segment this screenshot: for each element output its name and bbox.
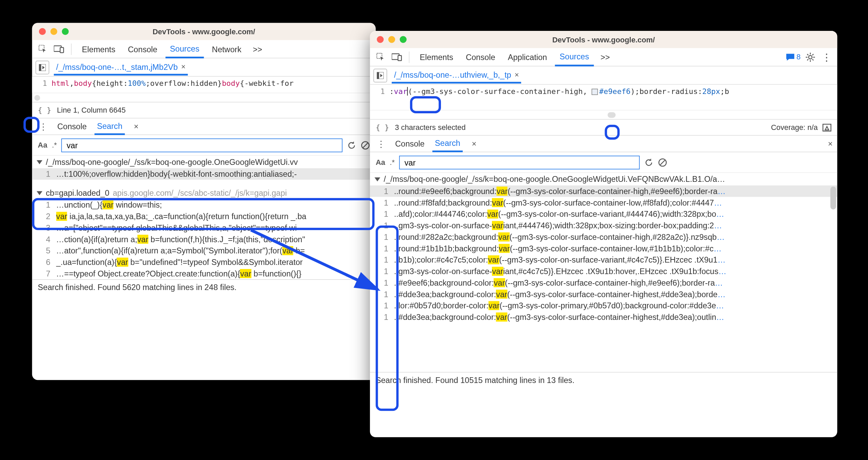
result-row[interactable]: 1..round:#f8fafd;background:var(--gm3-sy… [370,197,837,208]
tab-console[interactable]: Console [123,41,162,57]
close-window-button[interactable] [377,36,384,43]
minimize-window-button[interactable] [50,28,57,35]
file-tab[interactable]: /_/mss/boq-one-…uthview,_b,_tp × [392,67,521,83]
match-case-toggle[interactable]: Aa [38,141,47,149]
device-toolbar-icon[interactable] [391,51,403,63]
drawer-menu-icon[interactable]: ⋮ [37,120,49,133]
result-row[interactable]: 5…ator",function(a){if(a)return a;a=Symb… [32,245,375,256]
navigator-toggle-icon[interactable] [373,69,387,82]
result-row[interactable]: 1..b1b);color:#c4c7c5;color:var(--gm3-sy… [370,254,837,266]
clear-search-icon[interactable] [658,158,667,167]
maximize-window-button[interactable] [62,28,69,35]
tab-application[interactable]: Application [503,49,552,65]
code-editor[interactable]: 1 html,body{height:100%;overflow:hidden}… [32,77,375,93]
result-row[interactable]: 1..#e9eef6;background-color:var(--gm3-sy… [370,277,837,289]
result-row[interactable]: 1..round:#282a2c;background:var(--gm3-sy… [370,231,837,243]
results-scrollbar-thumb[interactable] [830,187,836,209]
minimize-window-button[interactable] [388,36,395,43]
tab-network[interactable]: Network [207,41,246,57]
pretty-print-icon[interactable]: { } [376,123,389,132]
result-row[interactable]: 6_.ua=function(a){var b="undefined"!=typ… [32,256,375,268]
result-row[interactable]: 1..round:#1b1b1b;background:var(--gm3-sy… [370,243,837,254]
inspect-element-icon[interactable] [37,43,49,55]
tab-elements[interactable]: Elements [415,49,458,65]
code-line: :var(--gm3-sys-color-surface-container-h… [389,87,729,108]
more-tabs-button[interactable]: >> [597,52,613,61]
result-row[interactable]: 1..gm3-sys-color-on-surface-variant,#c4c… [370,266,837,277]
navigator-toggle-icon[interactable] [36,60,49,74]
result-row[interactable]: 1..#dde3ea;background-color:var(--gm3-sy… [370,311,837,323]
scrollbar-thumb[interactable] [608,112,616,118]
match-case-toggle[interactable]: Aa [376,158,385,167]
settings-icon[interactable] [804,51,817,63]
tab-sources[interactable]: Sources [555,49,594,66]
result-file-header[interactable]: /_/mss/boq-one-google/_/ss/k=boq-one-goo… [370,173,837,185]
result-line-number: 1 [374,187,388,196]
search-results: /_/mss/boq-one-google/_/ss/k=boq-one-goo… [32,156,375,279]
drawer-tab-console[interactable]: Console [393,136,427,151]
svg-line-18 [812,54,813,55]
coverage-icon[interactable] [823,123,832,132]
drawer-tab-search[interactable]: Search [95,118,125,135]
code-editor[interactable]: 1 :var(--gm3-sys-color-surface-container… [370,85,837,110]
selection-status: 3 characters selected [395,123,465,132]
result-row[interactable]: 4…ction(a){if(a)return a;var b=function(… [32,233,375,245]
result-line-number: 5 [37,246,50,255]
editor-horizontal-scrollbar[interactable] [32,93,375,102]
result-snippet: …==typeof Object.create?Object.create:fu… [56,269,301,278]
drawer-tab-console[interactable]: Console [55,119,89,134]
color-swatch-icon[interactable] [592,89,598,95]
device-toolbar-icon[interactable] [53,43,65,55]
refresh-search-icon[interactable] [644,158,653,167]
result-row[interactable]: 1..afd);color:#444746;color:var(--gm3-sy… [370,208,837,220]
result-snippet: ..#dde3ea;background-color:var(--gm3-sys… [394,312,724,322]
messages-badge[interactable]: 8 [786,53,800,61]
tab-sources[interactable]: Sources [165,40,204,58]
result-file-header[interactable]: /_/mss/boq-one-google/_/ss/k=boq-one-goo… [32,156,375,168]
result-file-path: /_/mss/boq-one-google/_/ss/k=boq-one-goo… [46,157,298,167]
regex-toggle[interactable]: .* [52,141,57,149]
svg-rect-9 [398,55,401,60]
result-line-number: 1 [374,244,388,253]
tab-elements[interactable]: Elements [77,41,120,57]
pretty-print-icon[interactable]: { } [38,106,51,114]
result-snippet: var ia,ja,la,sa,ta,xa,ya,Ba;_.ca=functio… [56,212,306,221]
disclosure-triangle-icon[interactable] [37,191,42,195]
disclosure-triangle-icon[interactable] [37,160,42,164]
close-file-tab-icon[interactable]: × [515,71,519,79]
drawer-tab-search[interactable]: Search [432,136,462,152]
search-toolbar: Aa .* [32,135,375,156]
result-line-number: 1 [374,198,388,207]
scrollbar-thumb[interactable] [34,95,40,101]
clear-search-icon[interactable] [361,140,370,150]
result-row[interactable]: 1..#dde3ea;background-color:var(--gm3-sy… [370,288,837,300]
editor-horizontal-scrollbar[interactable] [370,110,837,119]
file-tab[interactable]: /_/mss/boq-one-…t,_stam,jMb2Vb × [54,59,188,75]
main-menu-icon[interactable]: ⋮ [820,51,833,63]
more-tabs-button[interactable]: >> [250,44,266,54]
result-row[interactable]: 1…unction(_){var window=this; [32,199,375,211]
result-row[interactable]: 3…a=["object"==typeof globalThis&&global… [32,222,375,234]
result-row[interactable]: 1..round:#e9eef6;background:var(--gm3-sy… [370,186,837,197]
regex-toggle[interactable]: .* [390,158,395,167]
result-snippet: ..#e9eef6;background-color:var(--gm3-sys… [394,278,723,287]
result-row[interactable]: 1..lor:#0b57d0;border-color:var(--gm3-sy… [370,300,837,311]
disclosure-triangle-icon[interactable] [374,177,380,181]
close-file-tab-icon[interactable]: × [181,62,186,71]
search-input[interactable] [61,138,343,152]
search-input[interactable] [399,155,640,169]
drawer-tab-close-icon[interactable]: × [134,122,138,131]
drawer-tab-close-icon[interactable]: × [472,139,477,148]
result-row[interactable]: 2var ia,ja,la,sa,ta,xa,ya,Ba;_.ca=functi… [32,211,375,222]
refresh-search-icon[interactable] [347,140,356,150]
result-row[interactable]: 1 …t:100%;overflow:hidden}body{-webkit-f… [32,168,375,180]
tab-console[interactable]: Console [461,49,500,65]
result-row[interactable]: 7…==typeof Object.create?Object.create:f… [32,268,375,280]
result-file-header[interactable]: cb=gapi.loaded_0apis.google.com/_/scs/ab… [32,187,375,199]
drawer-menu-icon[interactable]: ⋮ [374,137,387,150]
maximize-window-button[interactable] [400,36,407,43]
inspect-element-icon[interactable] [374,51,387,63]
result-row[interactable]: 1..gm3-sys-color-on-surface-variant,#444… [370,220,837,231]
close-window-button[interactable] [39,28,46,35]
drawer-close-icon[interactable]: × [828,139,833,148]
